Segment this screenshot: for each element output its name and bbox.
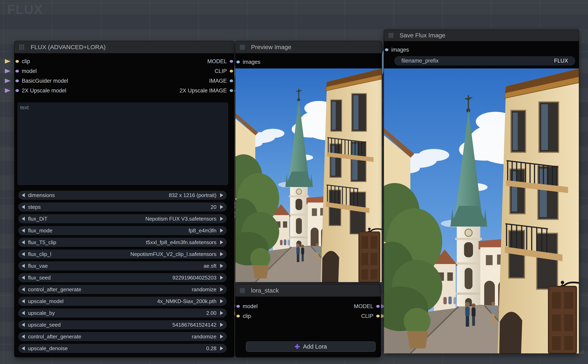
decrement-icon[interactable] xyxy=(22,228,25,233)
widget-dimensions[interactable]: dimensions832 x 1216 (portrait) xyxy=(18,191,227,200)
input-port-images[interactable]: images xyxy=(236,59,260,65)
lora-stack-node[interactable]: lora_stack model MODEL clip CLIP ✚ Add L… xyxy=(235,284,381,357)
widget-flux-seed[interactable]: flux_seed922919604025203 xyxy=(18,273,227,282)
port-row: model CLIP xyxy=(14,66,234,76)
output-port-2x-upscale-image[interactable]: 2X Upscale IMAGE xyxy=(179,88,233,94)
decrement-icon[interactable] xyxy=(22,264,25,268)
filename-prefix-input[interactable]: filename_prefix FLUX xyxy=(394,56,575,65)
port-dot-upscale-image-out[interactable] xyxy=(230,89,233,92)
increment-icon[interactable] xyxy=(220,228,223,233)
increment-icon[interactable] xyxy=(220,193,223,197)
increment-icon[interactable] xyxy=(220,240,223,244)
widget-flux-t5-clip[interactable]: flux_T5_clipt5xxl_fp8_e4m3fn.safetensors xyxy=(18,238,227,247)
decrement-icon[interactable] xyxy=(22,346,25,350)
increment-icon[interactable] xyxy=(220,276,223,280)
increment-icon[interactable] xyxy=(220,264,223,268)
port-dot-clip[interactable] xyxy=(15,60,19,63)
decrement-icon[interactable] xyxy=(22,287,25,292)
port-dot-clip-out[interactable] xyxy=(376,315,380,318)
flux-advanced-lora-node[interactable]: FLUX (ADVANCED+LORA) clip MODEL model CL… xyxy=(14,41,234,357)
port-dot-model[interactable] xyxy=(15,70,19,72)
port-dot-image-out[interactable] xyxy=(230,79,233,82)
input-port-model[interactable]: model xyxy=(15,68,37,74)
flux-node-title: FLUX (ADVANCED+LORA) xyxy=(31,44,106,51)
port-row: images xyxy=(235,57,382,67)
output-port-clip[interactable]: CLIP xyxy=(361,313,380,319)
increment-icon[interactable] xyxy=(220,205,223,209)
widget-upscale-denoise[interactable]: upscale_denoise0.28 xyxy=(18,344,227,353)
widget-flux-clip-l[interactable]: flux_clip_lNepotismFUX_V2_clip_l.safeten… xyxy=(18,250,227,259)
widget-control-after-generate-2[interactable]: control_after_generaterandomize xyxy=(18,332,227,341)
decrement-icon[interactable] xyxy=(22,217,25,221)
drag-handle-icon xyxy=(19,44,25,50)
widget-flux-vae[interactable]: flux_vaeae.sft xyxy=(18,261,227,270)
preview-node-title: Preview Image xyxy=(251,44,291,51)
port-dot-images[interactable] xyxy=(236,60,240,63)
decrement-icon[interactable] xyxy=(22,311,25,315)
lora-node-title: lora_stack xyxy=(251,287,279,294)
collapse-box-icon[interactable] xyxy=(240,45,245,50)
output-port-image[interactable]: IMAGE xyxy=(209,78,233,84)
decrement-icon[interactable] xyxy=(22,276,25,280)
decrement-icon[interactable] xyxy=(22,252,25,256)
increment-icon[interactable] xyxy=(220,252,223,256)
port-dot-model-out[interactable] xyxy=(376,305,380,308)
decrement-icon[interactable] xyxy=(22,205,25,209)
port-dot-guider[interactable] xyxy=(15,79,19,82)
port-row: 2X Upscale model 2X Upscale IMAGE xyxy=(14,86,234,96)
input-port-2x-upscale-model[interactable]: 2X Upscale model xyxy=(15,88,66,94)
input-port-model[interactable]: model xyxy=(236,303,258,310)
save-node-header[interactable]: Save Flux Image xyxy=(384,30,579,41)
decrement-icon[interactable] xyxy=(22,240,25,244)
preview-image-node[interactable]: Preview Image images xyxy=(235,41,382,282)
wire-stub-upscale-in xyxy=(5,88,11,93)
save-node-title: Save Flux Image xyxy=(400,32,445,39)
decrement-icon[interactable] xyxy=(22,335,25,339)
prompt-text-input[interactable] xyxy=(18,103,228,185)
widget-upscale-by[interactable]: upscale_by2.00 xyxy=(18,309,227,318)
increment-icon[interactable] xyxy=(220,299,223,303)
add-lora-button[interactable]: ✚ Add Lora xyxy=(246,341,376,352)
port-dot-upscale-model[interactable] xyxy=(15,89,19,92)
port-dot-model-out[interactable] xyxy=(230,60,233,63)
decrement-icon[interactable] xyxy=(22,193,25,197)
port-row: images xyxy=(384,45,579,55)
collapse-box-icon[interactable] xyxy=(240,288,245,293)
widget-flux-dit[interactable]: flux_DiTNepotism FUX V3.safetensors xyxy=(18,214,227,223)
output-port-clip[interactable]: CLIP xyxy=(215,68,233,74)
save-flux-image-node[interactable]: Save Flux Image images filename_prefix F… xyxy=(384,30,579,353)
input-port-clip[interactable]: clip xyxy=(236,313,251,319)
increment-icon[interactable] xyxy=(220,323,223,327)
flux-node-header[interactable]: FLUX (ADVANCED+LORA) xyxy=(14,41,234,53)
collapse-box-icon[interactable] xyxy=(388,33,394,38)
widget-upscale-seed[interactable]: upscale_seed541867641524142 xyxy=(18,320,227,329)
input-port-clip[interactable]: clip xyxy=(15,58,30,65)
input-port-images[interactable]: images xyxy=(385,47,409,53)
port-row: clip CLIP xyxy=(235,311,381,321)
lora-node-header[interactable]: lora_stack xyxy=(235,284,381,297)
resize-grip-icon[interactable] xyxy=(577,347,585,355)
widget-control-after-generate[interactable]: control_after_generaterandomize xyxy=(18,285,227,294)
port-dot-model[interactable] xyxy=(236,305,240,308)
increment-icon[interactable] xyxy=(220,311,223,315)
output-port-model[interactable]: MODEL xyxy=(354,303,380,310)
port-dot-images[interactable] xyxy=(385,48,388,51)
preview-image-output xyxy=(235,68,382,282)
increment-icon[interactable] xyxy=(220,217,223,221)
decrement-icon[interactable] xyxy=(22,299,25,303)
increment-icon[interactable] xyxy=(220,287,223,292)
widget-flux-mode[interactable]: flux_modefp8_e4m3fn xyxy=(18,226,227,235)
increment-icon[interactable] xyxy=(220,335,223,339)
widget-steps[interactable]: steps20 xyxy=(18,202,227,211)
wire-stub-clip-in xyxy=(5,59,11,64)
preview-node-header[interactable]: Preview Image xyxy=(235,41,382,53)
decrement-icon[interactable] xyxy=(22,323,25,327)
port-row: model MODEL xyxy=(235,301,381,311)
increment-icon[interactable] xyxy=(220,346,223,350)
port-dot-clip-out[interactable] xyxy=(230,70,233,72)
widget-upscale-model[interactable]: upscale_model4x_NMKD-Siax_200k.pth xyxy=(18,297,227,306)
output-port-model[interactable]: MODEL xyxy=(207,58,233,65)
input-port-basicguider-model[interactable]: BasicGuider model xyxy=(15,78,68,84)
port-dot-clip[interactable] xyxy=(236,315,240,318)
port-row: BasicGuider model IMAGE xyxy=(14,76,234,86)
